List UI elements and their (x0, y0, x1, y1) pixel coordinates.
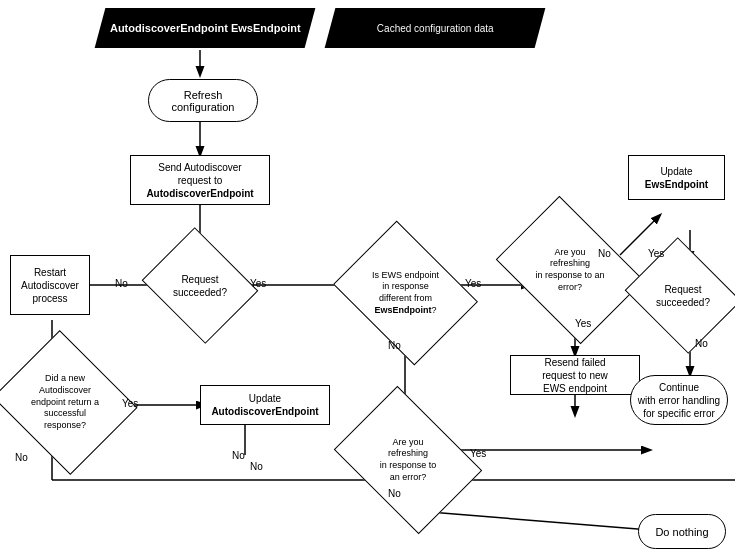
svg-text:No: No (250, 461, 263, 472)
label-yes-new: Yes (122, 398, 138, 409)
cached-para: Cached configuration data (325, 8, 546, 48)
continue-error-label: Continuewith error handlingfor specific … (638, 381, 720, 420)
refreshing-error-2-label: Are yourefreshingin response toan error? (380, 437, 437, 484)
label-yes-1: Yes (250, 278, 266, 289)
cached-para-label: Cached configuration data (377, 23, 494, 34)
resend-failed-label: Resend failedrequest to newEWS endpoint (542, 356, 608, 395)
label-no-rs2: No (695, 338, 708, 349)
request-succeeded-2-shape: Requestsucceeded? (638, 258, 728, 333)
request-succeeded-1-label: Requestsucceeded? (173, 273, 227, 299)
send-autodiscover-shape: Send Autodiscoverrequest toAutodiscoverE… (130, 155, 270, 205)
update-autodiscover-label: UpdateAutodiscoverEndpoint (211, 392, 318, 418)
request-succeeded-1-shape: Requestsucceeded? (155, 248, 245, 323)
flowchart-diagram: No AutodiscoverEndpoint EwsEndpoint Cach… (0, 0, 735, 553)
label-yes-rs2: Yes (648, 248, 664, 259)
label-yes-ews: Yes (465, 278, 481, 289)
update-ewsendpoint-label: UpdateEwsEndpoint (645, 165, 708, 191)
did-new-endpoint-shape: Did a newAutodiscoverendpoint return asu… (10, 355, 120, 450)
label-no-upd: No (232, 450, 245, 461)
start-para-label: AutodiscoverEndpoint EwsEndpoint (110, 21, 301, 35)
label-no-re2: No (388, 488, 401, 499)
is-ews-different-label: Is EWS endpointin responsedifferent from… (372, 270, 439, 317)
request-succeeded-2-label: Requestsucceeded? (656, 283, 710, 309)
label-no-ews: No (388, 340, 401, 351)
continue-error-shape: Continuewith error handlingfor specific … (630, 375, 728, 425)
label-no-1: No (115, 278, 128, 289)
update-ewsendpoint-shape: UpdateEwsEndpoint (628, 155, 725, 200)
send-autodiscover-label: Send Autodiscoverrequest toAutodiscoverE… (146, 161, 253, 200)
refreshing-error-1-label: Are yourefreshingin response to anerror? (535, 247, 604, 294)
label-yes-re1: Yes (575, 318, 591, 329)
refreshing-error-1-shape: Are yourefreshingin response to anerror? (510, 225, 630, 315)
refresh-config-label: Refreshconfiguration (172, 89, 235, 113)
do-nothing-shape: Do nothing (638, 514, 726, 549)
label-no-new: No (15, 452, 28, 463)
svg-line-20 (405, 510, 650, 530)
label-yes-re2: Yes (470, 448, 486, 459)
is-ews-different-shape: Is EWS endpointin responsedifferent from… (348, 248, 463, 338)
refreshing-error-2-shape: Are yourefreshingin response toan error? (348, 415, 468, 505)
do-nothing-label: Do nothing (655, 526, 708, 538)
refresh-config-shape: Refreshconfiguration (148, 79, 258, 122)
resend-failed-shape: Resend failedrequest to newEWS endpoint (510, 355, 640, 395)
start-para: AutodiscoverEndpoint EwsEndpoint (95, 8, 316, 48)
update-autodiscover-shape: UpdateAutodiscoverEndpoint (200, 385, 330, 425)
restart-autodiscover-label: RestartAutodiscoverprocess (21, 266, 79, 305)
did-new-endpoint-label: Did a newAutodiscoverendpoint return asu… (31, 373, 99, 431)
restart-autodiscover-shape: RestartAutodiscoverprocess (10, 255, 90, 315)
